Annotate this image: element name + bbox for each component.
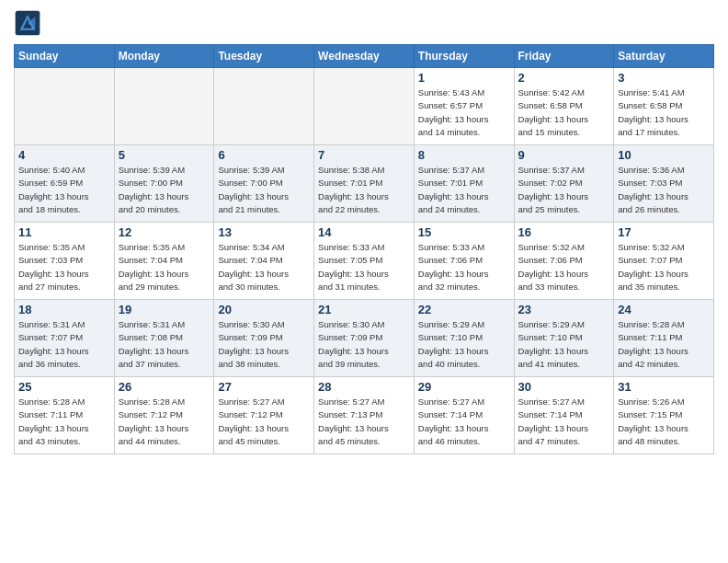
calendar-cell: 4Sunrise: 5:40 AMSunset: 6:59 PMDaylight… (15, 145, 115, 223)
calendar-cell (15, 68, 115, 145)
day-info: Sunrise: 5:28 AMSunset: 7:11 PMDaylight:… (618, 318, 710, 371)
day-info: Sunrise: 5:28 AMSunset: 7:11 PMDaylight:… (18, 396, 110, 448)
day-info: Sunrise: 5:32 AMSunset: 7:06 PMDaylight:… (518, 241, 610, 293)
calendar-cell: 14Sunrise: 5:33 AMSunset: 7:05 PMDayligh… (314, 223, 415, 300)
day-number: 17 (618, 225, 710, 239)
day-info: Sunrise: 5:33 AMSunset: 7:05 PMDaylight:… (318, 241, 410, 293)
calendar-cell (314, 68, 415, 145)
calendar-cell: 22Sunrise: 5:29 AMSunset: 7:10 PMDayligh… (414, 300, 514, 377)
day-number: 29 (418, 380, 510, 394)
calendar-week-row: 18Sunrise: 5:31 AMSunset: 7:07 PMDayligh… (15, 300, 714, 377)
day-number: 24 (618, 303, 710, 316)
calendar-cell: 5Sunrise: 5:39 AMSunset: 7:00 PMDaylight… (114, 145, 214, 223)
day-info: Sunrise: 5:40 AMSunset: 6:59 PMDaylight:… (18, 164, 110, 216)
day-number: 20 (218, 303, 310, 316)
calendar-week-row: 25Sunrise: 5:28 AMSunset: 7:11 PMDayligh… (15, 377, 714, 454)
weekday-header: Friday (514, 45, 614, 68)
calendar: SundayMondayTuesdayWednesdayThursdayFrid… (14, 44, 714, 454)
calendar-cell: 20Sunrise: 5:30 AMSunset: 7:09 PMDayligh… (214, 300, 314, 377)
day-number: 26 (119, 380, 210, 394)
weekday-header: Sunday (15, 45, 115, 68)
day-number: 1 (418, 71, 510, 85)
calendar-cell: 3Sunrise: 5:41 AMSunset: 6:58 PMDaylight… (614, 68, 714, 145)
day-info: Sunrise: 5:30 AMSunset: 7:09 PMDaylight:… (218, 318, 310, 371)
calendar-cell: 10Sunrise: 5:36 AMSunset: 7:03 PMDayligh… (614, 145, 714, 223)
day-number: 22 (418, 303, 510, 316)
calendar-cell (114, 68, 214, 145)
logo-icon (14, 9, 41, 37)
day-info: Sunrise: 5:42 AMSunset: 6:58 PMDaylight:… (518, 86, 610, 139)
day-number: 19 (119, 303, 210, 316)
day-number: 23 (518, 303, 610, 316)
calendar-cell: 29Sunrise: 5:27 AMSunset: 7:14 PMDayligh… (414, 377, 514, 454)
day-info: Sunrise: 5:31 AMSunset: 7:08 PMDaylight:… (119, 318, 210, 371)
day-number: 6 (218, 148, 310, 162)
calendar-cell: 6Sunrise: 5:39 AMSunset: 7:00 PMDaylight… (214, 145, 314, 223)
day-info: Sunrise: 5:27 AMSunset: 7:12 PMDaylight:… (218, 396, 310, 448)
day-info: Sunrise: 5:29 AMSunset: 7:10 PMDaylight:… (418, 318, 510, 371)
day-info: Sunrise: 5:33 AMSunset: 7:06 PMDaylight:… (418, 241, 510, 293)
calendar-cell: 23Sunrise: 5:29 AMSunset: 7:10 PMDayligh… (514, 300, 614, 377)
day-number: 2 (518, 71, 610, 85)
day-number: 11 (18, 225, 110, 239)
day-number: 28 (318, 380, 410, 394)
day-info: Sunrise: 5:36 AMSunset: 7:03 PMDaylight:… (618, 164, 710, 216)
day-number: 5 (119, 148, 210, 162)
calendar-cell: 12Sunrise: 5:35 AMSunset: 7:04 PMDayligh… (114, 223, 214, 300)
day-info: Sunrise: 5:31 AMSunset: 7:07 PMDaylight:… (18, 318, 110, 371)
calendar-cell: 31Sunrise: 5:26 AMSunset: 7:15 PMDayligh… (614, 377, 714, 454)
calendar-cell: 30Sunrise: 5:27 AMSunset: 7:14 PMDayligh… (514, 377, 614, 454)
day-info: Sunrise: 5:38 AMSunset: 7:01 PMDaylight:… (318, 164, 410, 216)
day-number: 10 (618, 148, 710, 162)
day-number: 3 (618, 71, 710, 85)
calendar-cell: 21Sunrise: 5:30 AMSunset: 7:09 PMDayligh… (314, 300, 415, 377)
calendar-cell: 18Sunrise: 5:31 AMSunset: 7:07 PMDayligh… (15, 300, 115, 377)
day-number: 15 (418, 225, 510, 239)
calendar-cell: 9Sunrise: 5:37 AMSunset: 7:02 PMDaylight… (514, 145, 614, 223)
day-info: Sunrise: 5:28 AMSunset: 7:12 PMDaylight:… (119, 396, 210, 448)
day-number: 4 (18, 148, 110, 162)
day-info: Sunrise: 5:43 AMSunset: 6:57 PMDaylight:… (418, 86, 510, 139)
day-info: Sunrise: 5:27 AMSunset: 7:14 PMDaylight:… (418, 396, 510, 448)
day-number: 9 (518, 148, 610, 162)
calendar-cell: 11Sunrise: 5:35 AMSunset: 7:03 PMDayligh… (15, 223, 115, 300)
calendar-cell: 1Sunrise: 5:43 AMSunset: 6:57 PMDaylight… (414, 68, 514, 145)
day-info: Sunrise: 5:32 AMSunset: 7:07 PMDaylight:… (618, 241, 710, 293)
calendar-week-row: 11Sunrise: 5:35 AMSunset: 7:03 PMDayligh… (15, 223, 714, 300)
day-info: Sunrise: 5:27 AMSunset: 7:13 PMDaylight:… (318, 396, 410, 448)
day-number: 25 (18, 380, 110, 394)
day-number: 31 (618, 380, 710, 394)
day-number: 7 (318, 148, 410, 162)
calendar-cell: 25Sunrise: 5:28 AMSunset: 7:11 PMDayligh… (15, 377, 115, 454)
calendar-cell: 19Sunrise: 5:31 AMSunset: 7:08 PMDayligh… (114, 300, 214, 377)
calendar-header-row: SundayMondayTuesdayWednesdayThursdayFrid… (15, 45, 714, 68)
calendar-cell: 24Sunrise: 5:28 AMSunset: 7:11 PMDayligh… (614, 300, 714, 377)
day-number: 16 (518, 225, 610, 239)
day-number: 30 (518, 380, 610, 394)
day-info: Sunrise: 5:39 AMSunset: 7:00 PMDaylight:… (218, 164, 310, 216)
calendar-cell: 27Sunrise: 5:27 AMSunset: 7:12 PMDayligh… (214, 377, 314, 454)
page: SundayMondayTuesdayWednesdayThursdayFrid… (0, 0, 728, 563)
calendar-cell (214, 68, 314, 145)
calendar-cell: 28Sunrise: 5:27 AMSunset: 7:13 PMDayligh… (314, 377, 415, 454)
calendar-cell: 16Sunrise: 5:32 AMSunset: 7:06 PMDayligh… (514, 223, 614, 300)
day-number: 18 (18, 303, 110, 316)
calendar-cell: 26Sunrise: 5:28 AMSunset: 7:12 PMDayligh… (114, 377, 214, 454)
weekday-header: Wednesday (314, 45, 415, 68)
calendar-cell: 8Sunrise: 5:37 AMSunset: 7:01 PMDaylight… (414, 145, 514, 223)
day-number: 14 (318, 225, 410, 239)
day-info: Sunrise: 5:35 AMSunset: 7:04 PMDaylight:… (119, 241, 210, 293)
calendar-week-row: 4Sunrise: 5:40 AMSunset: 6:59 PMDaylight… (15, 145, 714, 223)
weekday-header: Tuesday (214, 45, 314, 68)
header (14, 9, 714, 37)
day-number: 13 (218, 225, 310, 239)
day-info: Sunrise: 5:27 AMSunset: 7:14 PMDaylight:… (518, 396, 610, 448)
calendar-cell: 15Sunrise: 5:33 AMSunset: 7:06 PMDayligh… (414, 223, 514, 300)
calendar-cell: 7Sunrise: 5:38 AMSunset: 7:01 PMDaylight… (314, 145, 415, 223)
day-number: 27 (218, 380, 310, 394)
calendar-cell: 2Sunrise: 5:42 AMSunset: 6:58 PMDaylight… (514, 68, 614, 145)
weekday-header: Saturday (614, 45, 714, 68)
day-info: Sunrise: 5:30 AMSunset: 7:09 PMDaylight:… (318, 318, 410, 371)
day-info: Sunrise: 5:39 AMSunset: 7:00 PMDaylight:… (119, 164, 210, 216)
calendar-cell: 13Sunrise: 5:34 AMSunset: 7:04 PMDayligh… (214, 223, 314, 300)
